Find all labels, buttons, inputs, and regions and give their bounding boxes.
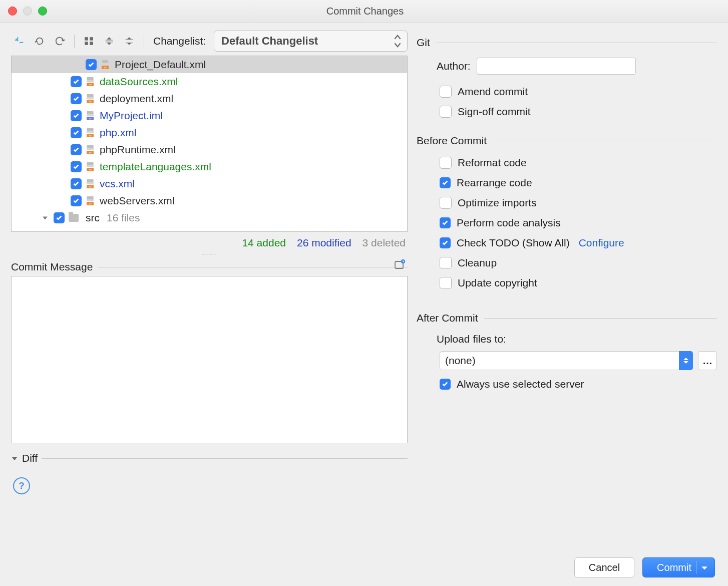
commit-button[interactable]: Commit <box>642 557 715 577</box>
toolbar-separator <box>144 35 144 48</box>
code-analysis-option[interactable]: Perform code analysis <box>440 217 717 229</box>
svg-text:<>: <> <box>89 117 92 120</box>
changed-files-tree[interactable]: <>Project_Default.xml<>dataSources.xml<>… <box>11 56 408 232</box>
checkbox-icon[interactable] <box>71 195 82 206</box>
divider <box>493 141 717 141</box>
author-label: Author: <box>437 60 471 72</box>
file-row[interactable]: <>php.xml <box>12 124 407 141</box>
folder-name: src <box>86 212 100 224</box>
window-title: Commit Changes <box>47 6 683 17</box>
splitter-grip[interactable]: ┄┄┄┄ <box>11 252 408 257</box>
message-history-icon[interactable] <box>394 259 406 273</box>
amend-commit-option[interactable]: Amend commit <box>440 86 717 98</box>
collapse-diff-icon[interactable] <box>11 33 28 50</box>
svg-text:<>: <> <box>89 202 92 205</box>
changelist-select[interactable]: Default Changelist <box>214 31 408 52</box>
reformat-label: Reformat code <box>458 157 527 169</box>
reformat-code-option[interactable]: Reformat code <box>440 157 717 169</box>
checkbox-icon <box>440 86 452 98</box>
after-commit-title: After Commit <box>417 312 478 324</box>
file-name: webServers.xml <box>100 195 174 207</box>
checkbox-icon[interactable] <box>71 93 82 104</box>
before-commit-title: Before Commit <box>417 135 487 147</box>
help-button[interactable]: ? <box>13 477 30 494</box>
rearrange-label: Rearrange code <box>457 177 532 189</box>
commit-message-title: Commit Message <box>11 261 93 273</box>
file-name: dataSources.xml <box>100 76 178 88</box>
checkbox-icon[interactable] <box>71 178 82 189</box>
todo-label: Check TODO (Show All) <box>457 237 570 249</box>
diff-disclosure-icon[interactable] <box>11 455 18 462</box>
undo-icon[interactable] <box>31 33 48 50</box>
svg-text:<>: <> <box>89 100 92 103</box>
zoom-window-button[interactable] <box>38 7 47 16</box>
upload-server-value: (none) <box>445 355 476 367</box>
checkbox-icon[interactable] <box>71 76 82 87</box>
checkbox-icon[interactable] <box>86 59 97 70</box>
file-name: templateLanguages.xml <box>100 161 211 173</box>
svg-text:<>: <> <box>89 185 92 188</box>
optimize-imports-option[interactable]: Optimize imports <box>440 197 717 209</box>
folder-row[interactable]: src16 files <box>12 209 407 226</box>
git-section-title: Git <box>417 37 430 49</box>
checkbox-icon <box>440 237 451 248</box>
modified-count: 26 modified <box>297 237 351 249</box>
checkbox-icon <box>440 257 452 269</box>
file-name: deployment.xml <box>100 93 173 105</box>
svg-rect-3 <box>90 42 93 45</box>
amend-commit-label: Amend commit <box>458 86 528 98</box>
file-name: MyProject.iml <box>100 110 163 122</box>
checkbox-icon <box>440 277 452 289</box>
checkbox-icon[interactable] <box>71 161 82 172</box>
always-use-server-option[interactable]: Always use selected server <box>440 378 717 390</box>
signoff-commit-option[interactable]: Sign-off commit <box>440 106 717 118</box>
cancel-button[interactable]: Cancel <box>574 557 634 577</box>
commit-message-input[interactable] <box>11 276 408 443</box>
divider <box>436 43 717 43</box>
commit-message-header: Commit Message <box>11 261 408 273</box>
svg-text:<>: <> <box>89 134 92 137</box>
deleted-count: 3 deleted <box>362 237 406 249</box>
optimize-label: Optimize imports <box>458 197 537 209</box>
file-row[interactable]: <>MyProject.iml <box>12 107 407 124</box>
divider <box>42 458 408 459</box>
minimize-window-button[interactable] <box>23 7 32 16</box>
checkbox-icon <box>440 217 451 228</box>
checkbox-icon[interactable] <box>71 127 82 138</box>
browse-server-button[interactable]: … <box>698 351 717 370</box>
check-todo-option[interactable]: Check TODO (Show All) Configure <box>440 237 717 249</box>
file-row[interactable]: <>deployment.xml <box>12 90 407 107</box>
change-summary: 14 added 26 modified 3 deleted <box>11 237 406 249</box>
author-input[interactable] <box>477 58 636 75</box>
checkbox-icon[interactable] <box>71 110 82 121</box>
file-row[interactable]: <>phpRuntime.xml <box>12 141 407 158</box>
divider <box>98 267 408 267</box>
close-window-button[interactable] <box>8 7 17 16</box>
file-row[interactable]: <>Project_Default.xml <box>12 56 407 73</box>
analysis-label: Perform code analysis <box>457 217 561 229</box>
checkbox-icon[interactable] <box>71 144 82 155</box>
checkbox-icon <box>440 157 452 169</box>
expand-all-icon[interactable] <box>101 33 118 50</box>
group-by-icon[interactable] <box>81 33 98 50</box>
svg-rect-1 <box>90 38 93 41</box>
cleanup-option[interactable]: Cleanup <box>440 257 717 269</box>
refresh-icon[interactable] <box>51 33 68 50</box>
signoff-commit-label: Sign-off commit <box>458 106 531 118</box>
changelist-toolbar: Changelist: Default Changelist <box>11 31 408 52</box>
collapse-all-icon[interactable] <box>121 33 138 50</box>
checkbox-icon[interactable] <box>54 212 65 223</box>
svg-rect-0 <box>85 38 88 41</box>
configure-todo-link[interactable]: Configure <box>579 237 624 249</box>
update-copyright-option[interactable]: Update copyright <box>440 277 717 289</box>
file-row[interactable]: <>templateLanguages.xml <box>12 158 407 175</box>
changelist-value: Default Changelist <box>221 35 318 48</box>
checkbox-icon <box>440 106 452 118</box>
upload-server-select[interactable]: (none) <box>440 351 693 370</box>
file-row[interactable]: <>vcs.xml <box>12 175 407 192</box>
disclosure-icon[interactable] <box>41 215 50 221</box>
window-controls <box>8 7 47 16</box>
file-row[interactable]: <>webServers.xml <box>12 192 407 209</box>
rearrange-code-option[interactable]: Rearrange code <box>440 177 717 189</box>
file-row[interactable]: <>dataSources.xml <box>12 73 407 90</box>
